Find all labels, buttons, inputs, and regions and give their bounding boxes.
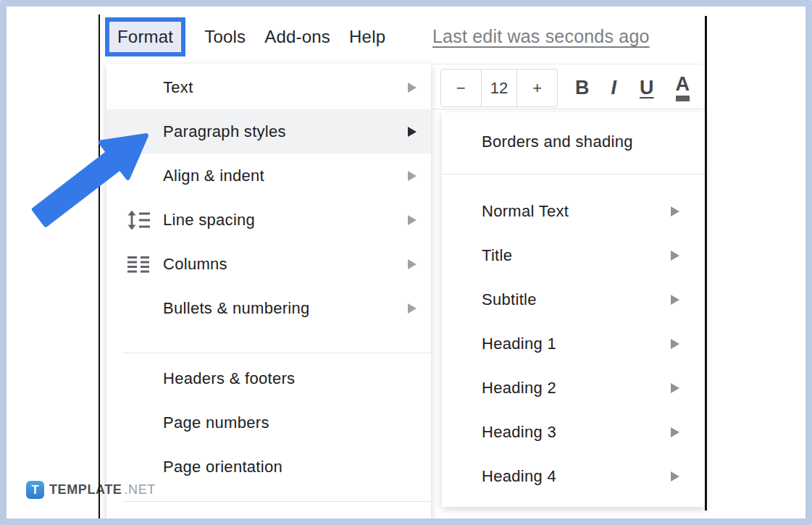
last-edit-status[interactable]: Last edit was seconds ago xyxy=(432,26,650,47)
increase-font-size-button[interactable]: + xyxy=(517,70,557,106)
paragraph-styles-submenu: Borders and shadingNormal TextTitleSubti… xyxy=(442,112,705,507)
paragraph-styles-item-heading-1[interactable]: Heading 1 xyxy=(442,322,705,366)
submenu-caret-icon xyxy=(671,383,679,393)
submenu-caret-icon xyxy=(408,303,417,314)
font-size-value[interactable]: 12 xyxy=(481,70,518,106)
menu-item-label: Heading 3 xyxy=(482,423,556,442)
text-format-buttons: B I U A xyxy=(575,69,690,107)
paragraph-styles-item-heading-2[interactable]: Heading 2 xyxy=(442,366,705,410)
menu-item-label: Heading 2 xyxy=(482,379,556,398)
watermark-brand: TEMPLATE xyxy=(49,482,122,497)
menu-item-label: Align & indent xyxy=(163,167,264,185)
submenu-caret-icon xyxy=(671,206,679,217)
menu-divider xyxy=(442,174,705,175)
paragraph-styles-item-borders-and-shading[interactable]: Borders and shading xyxy=(442,125,705,159)
submenu-caret-icon xyxy=(671,295,679,305)
format-menu-item-headers-footers[interactable]: Headers & footers xyxy=(106,356,431,400)
submenu-caret-icon xyxy=(408,127,417,137)
menu-item-label: Subtitle xyxy=(482,290,537,309)
menu-format[interactable]: Format xyxy=(105,17,185,56)
paragraph-styles-item-heading-3[interactable]: Heading 3 xyxy=(442,410,705,454)
decrease-font-size-button[interactable]: − xyxy=(441,70,481,106)
italic-button[interactable]: I xyxy=(611,78,619,98)
menu-add-ons[interactable]: Add-ons xyxy=(264,27,330,47)
template-net-watermark: T TEMPLATE .NET xyxy=(26,481,156,499)
font-size-control: − 12 + xyxy=(440,69,558,107)
submenu-caret-icon xyxy=(408,259,417,269)
menu-item-label: Heading 4 xyxy=(482,467,556,486)
toolbar-top-divider xyxy=(432,64,706,64)
columns-icon xyxy=(127,255,149,273)
menu-item-label: Headers & footers xyxy=(163,369,295,388)
paragraph-styles-item-normal-text[interactable]: Normal Text xyxy=(442,189,705,233)
format-menu-item-page-numbers[interactable]: Page numbers xyxy=(106,400,431,445)
format-menu-item-bullets-numbering[interactable]: Bullets & numbering xyxy=(106,286,431,330)
menu-item-label: Line spacing xyxy=(163,211,255,230)
bold-button[interactable]: B xyxy=(575,78,590,98)
paragraph-styles-item-heading-4[interactable]: Heading 4 xyxy=(442,454,705,498)
watermark-tld: .NET xyxy=(124,482,155,497)
menu-item-label: Page numbers xyxy=(163,413,269,432)
paragraph-styles-item-subtitle[interactable]: Subtitle xyxy=(442,277,705,322)
text-color-button[interactable]: A xyxy=(676,75,690,101)
submenu-caret-icon xyxy=(671,471,679,482)
menu-item-label: Text xyxy=(163,78,193,97)
menu-divider xyxy=(122,501,431,502)
submenu-caret-icon xyxy=(671,339,679,349)
format-menu-item-columns[interactable]: Columns xyxy=(106,242,431,286)
menu-item-label: Bullets & numbering xyxy=(163,299,310,318)
document-edge-line-right xyxy=(705,16,707,511)
submenu-caret-icon xyxy=(671,427,679,437)
submenu-caret-icon xyxy=(408,171,417,181)
menu-item-label: Normal Text xyxy=(482,202,569,221)
submenu-caret-icon xyxy=(408,215,417,225)
toolbar-bottom-divider xyxy=(432,109,706,109)
format-menu-item-text[interactable]: Text xyxy=(106,65,431,109)
menu-item-label: Page orientation xyxy=(163,458,282,476)
menu-item-label: Borders and shading xyxy=(482,133,633,151)
menu-item-label: Paragraph styles xyxy=(163,122,286,141)
annotation-arrow-icon xyxy=(22,119,167,235)
menu-bar: FormatToolsAdd-onsHelp xyxy=(105,14,385,59)
menu-help[interactable]: Help xyxy=(349,27,385,47)
menu-divider xyxy=(122,353,431,353)
menu-item-label: Heading 1 xyxy=(482,335,556,353)
template-net-logo-icon: T xyxy=(26,481,44,499)
underline-button[interactable]: U xyxy=(640,78,654,98)
submenu-caret-icon xyxy=(671,251,679,261)
menu-item-label: Title xyxy=(482,246,512,265)
submenu-caret-icon xyxy=(408,83,417,93)
menu-tools[interactable]: Tools xyxy=(204,27,246,47)
menu-item-label: Columns xyxy=(163,255,227,274)
document-edge-line-left xyxy=(99,14,100,519)
paragraph-styles-item-title[interactable]: Title xyxy=(442,233,705,277)
